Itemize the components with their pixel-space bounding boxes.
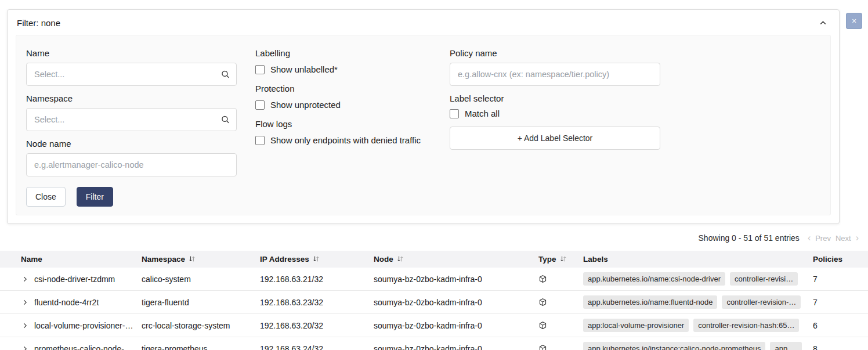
prev-button[interactable]: Prev (815, 234, 831, 243)
node-name-input[interactable] (26, 153, 237, 176)
denied-traffic-label: Show only endpoints with denied traffic (270, 135, 421, 145)
expand-row-button[interactable] (21, 275, 29, 283)
close-panel-button[interactable]: × (846, 13, 862, 29)
chevron-right-icon (21, 275, 29, 283)
namespace-select-input[interactable] (26, 108, 237, 131)
filter-form-col-left: Name Namespace (26, 48, 237, 207)
filter-panel-title: Filter: none (17, 18, 60, 28)
pod-icon (538, 344, 578, 350)
prev-chevron-icon[interactable]: ‹ (808, 233, 811, 243)
col-header-node[interactable]: Node (374, 251, 538, 268)
pager: ‹ Prev Next › (808, 233, 859, 243)
name-field-group: Name (26, 48, 237, 86)
endpoint-name: local-volume-provisioner-… (34, 321, 133, 330)
label-badge: controller-revision-hash:65… (693, 319, 799, 332)
pod-icon (538, 298, 578, 306)
show-unprotected-label: Show unprotected (270, 100, 341, 110)
expand-row-button[interactable] (21, 298, 29, 306)
sort-icon[interactable] (189, 255, 196, 262)
table-header-row: Name Namespace IP Addresses Node Type La… (0, 251, 868, 268)
node-name-field-group: Node name (26, 139, 237, 176)
denied-traffic-checkbox[interactable] (255, 136, 265, 145)
show-unprotected-checkbox[interactable] (255, 100, 265, 110)
endpoint-policies: 7 (810, 291, 868, 314)
endpoint-namespace: calico-system (142, 268, 260, 291)
endpoint-ip-addresses: 192.168.63.20/32 (260, 314, 374, 337)
label-badge: controller-revisi… (730, 272, 798, 286)
denied-traffic-row: Show only endpoints with denied traffic (255, 135, 431, 145)
show-unlabelled-label: Show unlabelled* (270, 64, 338, 74)
endpoint-name: prometheus-calico-node-… (34, 344, 132, 350)
col-header-ip-addresses[interactable]: IP Addresses (260, 251, 374, 268)
match-all-label: Match all (465, 109, 500, 118)
namespace-field-group: Namespace (26, 93, 237, 131)
expand-row-button[interactable] (21, 322, 29, 330)
col-header-labels: Labels (583, 251, 810, 268)
endpoint-policies: 6 (810, 314, 868, 337)
label-badge: app:local-volume-provisioner (583, 319, 689, 332)
show-unlabelled-row: Show unlabelled* (255, 64, 431, 74)
protection-heading: Protection (255, 84, 431, 93)
endpoint-policies: 7 (810, 268, 868, 291)
node-name-field-label: Node name (26, 139, 237, 149)
next-button[interactable]: Next (836, 234, 851, 243)
table-row[interactable]: csi-node-driver-tzdmm calico-system 192.… (0, 268, 868, 291)
endpoints-table: Name Namespace IP Addresses Node Type La… (0, 251, 868, 350)
filter-panel-header: Filter: none (8, 10, 839, 34)
pod-icon (538, 321, 578, 330)
endpoint-labels: app.kubernetes.io/name:fluentd-nodecontr… (583, 295, 805, 309)
match-all-checkbox[interactable] (450, 109, 459, 118)
show-unprotected-row: Show unprotected (255, 100, 431, 110)
policy-name-field-group: Policy name (450, 48, 660, 86)
match-all-row: Match all (450, 109, 660, 118)
endpoint-name: fluentd-node-4rr2t (34, 298, 99, 307)
label-badge: app.… (770, 342, 801, 350)
filter-form-col-right: Policy name Label selector Match all + A… (450, 48, 660, 150)
endpoint-node: soumya-bz-0zbo-kadm-infra-0 (374, 337, 538, 350)
close-button[interactable]: Close (26, 187, 66, 207)
endpoint-namespace: crc-local-storage-system (142, 314, 260, 337)
endpoint-node: soumya-bz-0zbo-kadm-infra-0 (374, 291, 538, 314)
chevron-right-icon (21, 345, 29, 350)
endpoint-labels: app.kubernetes.io/name:csi-node-driverco… (583, 272, 805, 286)
sort-icon[interactable] (560, 255, 567, 262)
add-label-selector-button[interactable]: + Add Label Selector (450, 127, 660, 150)
endpoint-name: csi-node-driver-tzdmm (34, 275, 115, 284)
col-header-name: Name (0, 251, 142, 268)
col-header-namespace[interactable]: Namespace (142, 251, 260, 268)
chevron-up-icon (819, 19, 827, 27)
endpoint-ip-addresses: 192.168.63.24/32 (260, 337, 374, 350)
search-icon (220, 115, 230, 125)
chevron-right-icon (21, 322, 29, 330)
col-header-type[interactable]: Type (538, 251, 583, 268)
next-chevron-icon[interactable]: › (856, 233, 859, 243)
endpoint-namespace: tigera-fluentd (142, 291, 260, 314)
name-field-label: Name (26, 48, 237, 58)
chevron-right-icon (21, 298, 29, 306)
label-badge: app.kubernetes.io/name:csi-node-driver (583, 272, 725, 286)
label-badge: app.kubernetes.io/instance:calico-node-p… (583, 342, 765, 350)
table-row[interactable]: fluentd-node-4rr2t tigera-fluentd 192.16… (0, 291, 868, 314)
endpoint-policies: 8 (810, 337, 868, 350)
endpoint-node: soumya-bz-0zbo-kadm-infra-0 (374, 268, 538, 291)
col-header-policies: Policies (810, 251, 868, 268)
policy-name-input[interactable] (450, 63, 660, 86)
sort-icon[interactable] (313, 255, 320, 262)
collapse-panel-button[interactable] (818, 17, 829, 28)
endpoint-labels: app:local-volume-provisionercontroller-r… (583, 319, 805, 332)
filter-form-col-middle: Labelling Show unlabelled* Protection Sh… (255, 48, 431, 154)
table-row[interactable]: local-volume-provisioner-… crc-local-sto… (0, 314, 868, 337)
expand-row-button[interactable] (21, 345, 29, 350)
name-select-input[interactable] (26, 63, 237, 86)
table-body: csi-node-driver-tzdmm calico-system 192.… (0, 268, 868, 350)
endpoint-node: soumya-bz-0zbo-kadm-infra-0 (374, 314, 538, 337)
labelling-heading: Labelling (255, 48, 431, 58)
table-row[interactable]: prometheus-calico-node-… tigera-promethe… (0, 337, 868, 350)
filter-actions: Close Filter (26, 187, 237, 207)
sort-icon[interactable] (397, 255, 404, 262)
policy-name-field-label: Policy name (450, 48, 660, 58)
namespace-field-label: Namespace (26, 93, 237, 103)
filter-button[interactable]: Filter (77, 187, 113, 207)
show-unlabelled-checkbox[interactable] (255, 65, 265, 74)
filter-panel: Filter: none Name Namespace (7, 9, 840, 224)
